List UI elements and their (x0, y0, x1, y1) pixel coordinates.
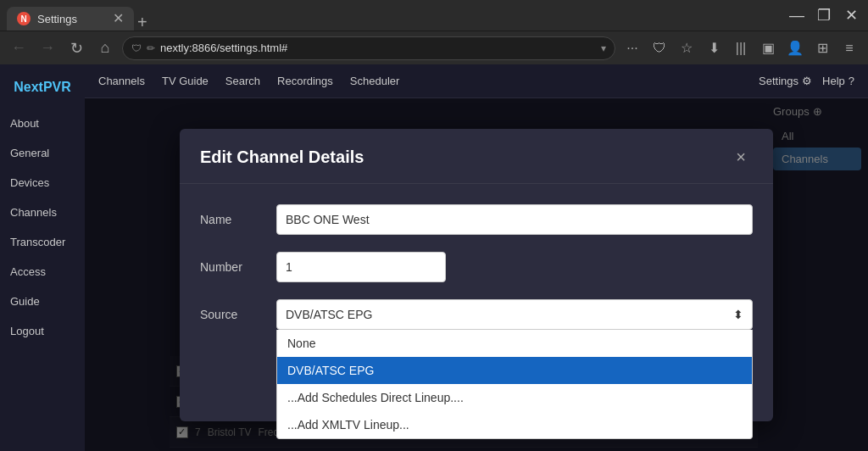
dropdown-option-schedules[interactable]: ...Add Schedules Direct Lineup.... (277, 384, 752, 411)
number-row: Number (200, 252, 753, 282)
refresh-button[interactable]: ↻ (64, 36, 88, 60)
download-icon[interactable]: ⬇ (702, 36, 726, 60)
app-area: NextPVR About General Devices Channels T… (0, 64, 868, 451)
source-value: DVB/ATSC EPG (286, 308, 372, 321)
main-content: Channels TV Guide Search Recordings Sche… (85, 64, 868, 451)
chevron-down-icon: ⬍ (733, 308, 743, 321)
split-icon[interactable]: ▣ (756, 36, 780, 60)
question-icon: ? (849, 75, 854, 87)
name-input[interactable] (276, 204, 753, 235)
source-container: DVB/ATSC EPG ⬍ None DVB/ATSC EPG ...Add … (276, 299, 753, 330)
help-label: Help (822, 75, 845, 87)
sidebar-item-devices[interactable]: Devices (0, 168, 85, 198)
library-icon[interactable]: ||| (729, 36, 753, 60)
edit-icon: ✏ (147, 42, 155, 54)
page-background: Groups ⊕ All Channels 5 Channel 5 Freq:5… (85, 98, 868, 451)
navigation-bar: ← → ↻ ⌂ 🛡 ✏ nextly:8866/settings.html# ▾… (0, 31, 868, 64)
top-nav-right: Settings ⚙ Help ? (759, 75, 854, 87)
back-button[interactable]: ← (7, 36, 31, 60)
title-bar: N Settings ✕ + — ❐ ✕ (0, 0, 868, 31)
sidebar-item-channels[interactable]: Channels (0, 198, 85, 227)
nav-recordings[interactable]: Recordings (277, 71, 333, 91)
window-controls: — ❐ ✕ (787, 8, 861, 23)
account-icon[interactable]: 👤 (783, 36, 807, 60)
tab-favicon: N (17, 12, 31, 25)
active-tab[interactable]: N Settings ✕ (7, 7, 134, 31)
sidebar-item-general[interactable]: General (0, 138, 85, 168)
sidebar-item-logout[interactable]: Logout (0, 316, 85, 346)
sidebar: NextPVR About General Devices Channels T… (0, 64, 85, 451)
minimize-button[interactable]: — (787, 8, 807, 23)
help-button[interactable]: Help ? (822, 75, 854, 87)
sidebar-item-about[interactable]: About (0, 109, 85, 138)
nav-tv-guide[interactable]: TV Guide (162, 71, 209, 91)
close-button[interactable]: ✕ (841, 8, 861, 23)
new-tab-button[interactable]: + (137, 14, 147, 31)
sidebar-item-guide[interactable]: Guide (0, 287, 85, 316)
star-icon[interactable]: ☆ (675, 36, 698, 60)
modal-header: Edit Channel Details × (180, 129, 773, 184)
app-logo: NextPVR (0, 71, 85, 109)
home-button[interactable]: ⌂ (93, 36, 117, 60)
modal-close-button[interactable]: × (729, 146, 753, 170)
tab-strip: N Settings ✕ + (7, 0, 780, 31)
modal-title: Edit Channel Details (200, 148, 364, 167)
number-input[interactable] (276, 252, 446, 282)
number-label: Number (200, 260, 276, 274)
hamburger-icon[interactable]: ≡ (837, 36, 861, 60)
address-bar[interactable]: 🛡 ✏ nextly:8866/settings.html# ▾ (122, 36, 615, 60)
edit-channel-modal: Edit Channel Details × Name (180, 129, 773, 421)
dropdown-icon: ▾ (601, 42, 606, 54)
source-select[interactable]: DVB/ATSC EPG ⬍ (276, 299, 753, 330)
gear-icon: ⚙ (802, 75, 812, 87)
dropdown-option-dvb[interactable]: DVB/ATSC EPG (277, 357, 752, 384)
toolbar-icons: ··· 🛡 ☆ ⬇ ||| ▣ 👤 ⊞ ≡ (620, 36, 861, 60)
source-row: Source DVB/ATSC EPG ⬍ None DVB/ATSC EPG (200, 299, 753, 330)
name-label: Name (200, 213, 276, 226)
restore-button[interactable]: ❐ (814, 8, 834, 23)
browser-window: N Settings ✕ + — ❐ ✕ ← → ↻ ⌂ 🛡 ✏ nextly:… (0, 0, 868, 451)
security-icon: 🛡 (131, 42, 142, 54)
dropdown-option-none[interactable]: None (277, 330, 752, 357)
source-dropdown: None DVB/ATSC EPG ...Add Schedules Direc… (276, 330, 753, 439)
shield-icon: 🛡 (648, 36, 671, 60)
more-button[interactable]: ··· (620, 36, 644, 60)
nav-search[interactable]: Search (225, 71, 260, 91)
menu-icon[interactable]: ⊞ (810, 36, 834, 60)
address-text: nextly:8866/settings.html# (160, 42, 596, 54)
name-row: Name (200, 204, 753, 235)
sidebar-item-transcoder[interactable]: Transcoder (0, 227, 85, 257)
forward-button[interactable]: → (36, 36, 59, 60)
sidebar-item-access[interactable]: Access (0, 257, 85, 287)
nav-channels[interactable]: Channels (98, 71, 145, 91)
settings-button[interactable]: Settings ⚙ (759, 75, 812, 87)
tab-title: Settings (37, 13, 106, 25)
source-label: Source (200, 308, 276, 321)
top-navigation: Channels TV Guide Search Recordings Sche… (85, 64, 868, 98)
modal-body: Name Number Source (180, 184, 773, 367)
nav-scheduler[interactable]: Scheduler (350, 71, 400, 91)
dropdown-option-xmltv[interactable]: ...Add XMLTV Lineup... (277, 411, 752, 438)
tab-close-button[interactable]: ✕ (113, 12, 124, 25)
settings-label: Settings (759, 75, 798, 87)
modal-backdrop: Edit Channel Details × Name (85, 98, 868, 451)
